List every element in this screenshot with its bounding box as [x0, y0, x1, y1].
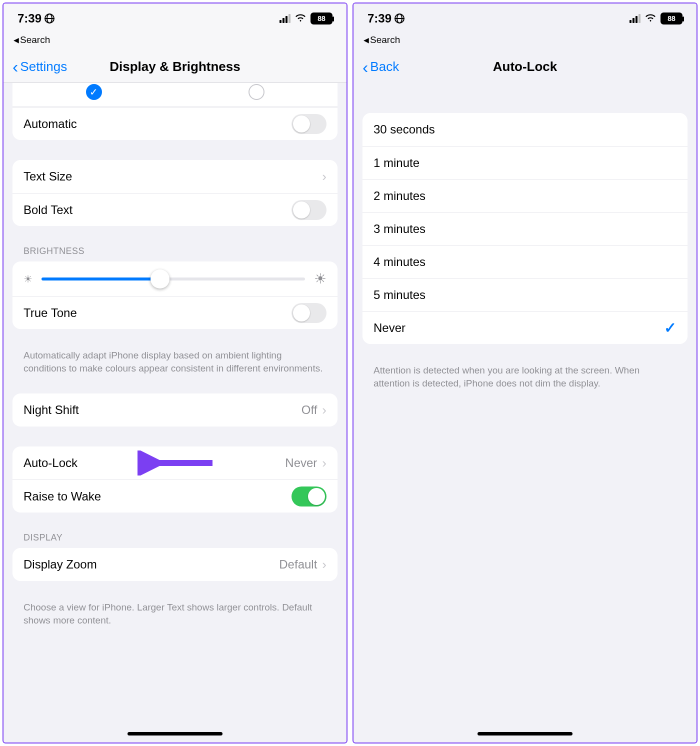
- back-triangle-icon: ◀: [14, 36, 19, 44]
- home-indicator[interactable]: [478, 732, 572, 736]
- option-label: 2 minutes: [374, 189, 676, 203]
- page-title: Auto-Lock: [493, 59, 558, 74]
- wifi-icon: [644, 12, 656, 25]
- lock-group: Auto-Lock Never › Raise to Wake: [12, 446, 338, 512]
- wifi-icon: [294, 12, 306, 25]
- autolock-content: 30 seconds1 minute2 minutes3 minutes4 mi…: [354, 83, 696, 742]
- autolock-options-group: 30 seconds1 minute2 minutes3 minutes4 mi…: [362, 113, 688, 344]
- chevron-right-icon: ›: [322, 557, 326, 572]
- autolock-option[interactable]: 30 seconds: [362, 113, 688, 146]
- raise-to-wake-toggle[interactable]: [292, 486, 326, 506]
- raise-to-wake-row[interactable]: Raise to Wake: [12, 480, 338, 512]
- settings-content: ✓ Automatic Text Size › Bold Text BRIGHT…: [4, 83, 346, 742]
- autolock-option[interactable]: 2 minutes: [362, 179, 688, 212]
- checkmark-icon: ✓: [664, 319, 676, 336]
- auto-lock-row[interactable]: Auto-Lock Never ›: [12, 446, 338, 480]
- brightness-slider[interactable]: [42, 278, 305, 280]
- appearance-light-radio[interactable]: ✓: [86, 84, 102, 100]
- sun-large-icon: ☀︎: [314, 270, 326, 287]
- automatic-toggle[interactable]: [292, 114, 326, 134]
- location-icon: [44, 14, 54, 24]
- true-tone-footer: Automatically adapt iPhone display based…: [24, 349, 326, 374]
- autolock-option[interactable]: 4 minutes: [362, 245, 688, 278]
- back-button[interactable]: ‹ Back: [362, 59, 399, 74]
- nav-header: ‹ Settings Display & Brightness: [4, 50, 346, 83]
- breadcrumb-search[interactable]: ◀ Search: [354, 34, 696, 50]
- home-indicator[interactable]: [128, 732, 222, 736]
- night-shift-group: Night Shift Off ›: [12, 394, 338, 426]
- appearance-group: ✓ Automatic: [12, 83, 338, 140]
- autolock-option[interactable]: Never✓: [362, 311, 688, 344]
- option-label: 5 minutes: [374, 288, 676, 302]
- option-label: Never: [374, 321, 664, 335]
- autolock-option[interactable]: 1 minute: [362, 146, 688, 179]
- brightness-slider-row[interactable]: ☀︎ ☀︎: [12, 262, 338, 296]
- true-tone-row[interactable]: True Tone: [12, 296, 338, 329]
- location-icon: [394, 14, 404, 24]
- bold-text-row[interactable]: Bold Text: [12, 193, 338, 226]
- brightness-header: BRIGHTNESS: [24, 246, 326, 256]
- battery-icon: 88: [660, 12, 682, 24]
- chevron-right-icon: ›: [322, 456, 326, 471]
- chevron-right-icon: ›: [322, 169, 326, 184]
- option-label: 3 minutes: [374, 222, 676, 236]
- status-bar: 7:39 88: [4, 4, 346, 34]
- back-triangle-icon: ◀: [364, 36, 369, 44]
- back-button[interactable]: ‹ Settings: [12, 59, 67, 74]
- chevron-right-icon: ›: [322, 402, 326, 418]
- display-header: DISPLAY: [24, 532, 326, 543]
- text-size-row[interactable]: Text Size ›: [12, 160, 338, 193]
- option-label: 30 seconds: [374, 122, 676, 136]
- option-label: 1 minute: [374, 156, 676, 170]
- status-bar: 7:39 88: [354, 4, 696, 34]
- automatic-row[interactable]: Automatic: [12, 107, 338, 140]
- display-zoom-footer: Choose a view for iPhone. Larger Text sh…: [24, 601, 326, 626]
- autolock-option[interactable]: 3 minutes: [362, 212, 688, 245]
- brightness-group: ☀︎ ☀︎ True Tone: [12, 262, 338, 329]
- cellular-icon: [630, 14, 640, 23]
- autolock-option[interactable]: 5 minutes: [362, 278, 688, 311]
- autolock-footer: Attention is detected when you are looki…: [374, 364, 676, 390]
- bold-text-toggle[interactable]: [292, 200, 326, 220]
- display-zoom-group: Display Zoom Default ›: [12, 548, 338, 581]
- sun-small-icon: ☀︎: [24, 273, 32, 285]
- status-time: 7:39: [18, 12, 42, 26]
- page-title: Display & Brightness: [110, 59, 240, 74]
- screenshot-auto-lock: 7:39 88 ◀ Search ‹ Back Auto-Lock 30 sec…: [352, 2, 698, 744]
- text-group: Text Size › Bold Text: [12, 160, 338, 226]
- nav-header: ‹ Back Auto-Lock: [354, 50, 696, 83]
- battery-icon: 88: [310, 12, 332, 24]
- cellular-icon: [280, 14, 290, 23]
- night-shift-row[interactable]: Night Shift Off ›: [12, 394, 338, 426]
- appearance-picker[interactable]: ✓: [12, 83, 338, 107]
- true-tone-toggle[interactable]: [292, 303, 326, 323]
- appearance-dark-radio[interactable]: [248, 84, 264, 100]
- display-zoom-row[interactable]: Display Zoom Default ›: [12, 548, 338, 581]
- screenshot-display-brightness: 7:39 88 ◀ Search ‹ Settings Display & Br…: [2, 2, 348, 744]
- breadcrumb-search[interactable]: ◀ Search: [4, 34, 346, 50]
- status-time: 7:39: [368, 12, 392, 26]
- option-label: 4 minutes: [374, 255, 676, 269]
